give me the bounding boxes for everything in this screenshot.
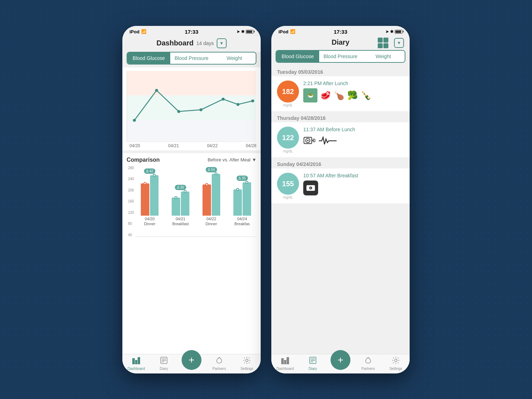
food-icon-chicken: 🍗 bbox=[334, 90, 344, 100]
bar-groups: Δ 42 04/20Dinner Δ 30 bbox=[135, 166, 256, 237]
tab-blood-pressure[interactable]: Blood Pressure bbox=[170, 52, 213, 64]
x-label-0421: 04/21 bbox=[168, 143, 179, 148]
comparison-filter[interactable]: Before vs. After Meal ▼ bbox=[207, 157, 256, 162]
page-title-diary: Diary bbox=[332, 38, 349, 46]
status-time-right: 17:33 bbox=[334, 29, 347, 35]
partners-icon bbox=[215, 356, 223, 366]
bluetooth-icon-right: ✱ bbox=[390, 29, 393, 34]
entry-3-value: 155 bbox=[282, 180, 294, 187]
grid-view-icon[interactable] bbox=[378, 38, 388, 48]
svg-point-1 bbox=[155, 89, 158, 92]
tab-weight[interactable]: Weight bbox=[213, 52, 256, 64]
tab-label-dashboard-left: Dashboard bbox=[128, 367, 145, 371]
entry-1-value: 182 bbox=[282, 88, 294, 95]
status-bar-left: iPod 📶 17:33 ➤ ✱ bbox=[122, 26, 261, 36]
bar-label-3: 04/22Dinner bbox=[206, 216, 217, 227]
diary-tab-weight[interactable]: Weight bbox=[362, 51, 405, 62]
dashboard-subtitle: 14 days bbox=[196, 40, 214, 46]
diary-scroll-area: Tuesday 05/03/2016 182 mg/dL 2:21 PM Aft… bbox=[271, 66, 410, 354]
add-button-right[interactable]: + bbox=[331, 350, 350, 370]
left-phone: iPod 📶 17:33 ➤ ✱ Dashboard 14 days ▼ Blo… bbox=[122, 26, 261, 373]
add-button-left[interactable]: + bbox=[182, 350, 201, 370]
grid-cell-4 bbox=[383, 43, 388, 48]
tab-label-partners-right: Partners bbox=[361, 367, 375, 371]
tab-settings-right[interactable]: Settings bbox=[382, 356, 410, 371]
bars-4 bbox=[233, 182, 251, 216]
diary-tab-blood-pressure[interactable]: Blood Pressure bbox=[319, 51, 362, 62]
svg-point-29 bbox=[395, 359, 397, 361]
svg-rect-22 bbox=[281, 358, 284, 364]
chart-x-labels: 04/20 04/21 04/22 04/28 bbox=[127, 142, 256, 148]
entry-1-details: 2:21 PM After Lunch 🥗 🥩 🍗 🥦 🍾 bbox=[303, 81, 404, 102]
entry-1-unit: mg/dL bbox=[283, 103, 293, 107]
ecg-icon bbox=[319, 135, 337, 146]
tab-settings-left[interactable]: Settings bbox=[233, 356, 261, 371]
carrier-label: iPod bbox=[129, 29, 139, 34]
carrier-label-right: iPod bbox=[278, 29, 288, 34]
entry-1-bubble-wrap: 182 mg/dL bbox=[277, 81, 299, 107]
status-bar-right: iPod 📶 17:33 ➤ ✱ bbox=[271, 26, 410, 36]
svg-rect-7 bbox=[132, 358, 135, 364]
dashboard-dropdown[interactable]: ▼ bbox=[217, 38, 227, 48]
dashboard-header: Dashboard 14 days ▼ bbox=[122, 36, 261, 52]
grid-cell-1 bbox=[378, 38, 383, 43]
bar-before-3 bbox=[203, 184, 211, 216]
delta-1: Δ 42 bbox=[144, 168, 155, 174]
diary-header: Diary ▼ bbox=[271, 36, 410, 50]
delta-4: Δ 35 bbox=[237, 176, 248, 181]
tab-label-settings-left: Settings bbox=[240, 367, 253, 371]
tab-bar-right: Dashboard Diary + Partners Settings bbox=[271, 354, 410, 373]
svg-rect-8 bbox=[135, 360, 137, 364]
diary-dropdown[interactable]: ▼ bbox=[394, 38, 404, 48]
tab-dashboard-right[interactable]: Dashboard bbox=[271, 356, 299, 371]
diary-entry-3: 155 mg/dL 10:57 AM After Breakfast bbox=[271, 168, 410, 204]
grid-cell-3 bbox=[378, 43, 383, 48]
diary-segment-control: Blood Glucose Blood Pressure Weight bbox=[276, 50, 405, 63]
tab-diary-left[interactable]: Diary bbox=[150, 356, 178, 371]
entry-3-bubble: 155 bbox=[277, 173, 299, 195]
tab-label-settings-right: Settings bbox=[389, 367, 402, 371]
date-header-2: Thursday 04/28/2016 bbox=[271, 112, 410, 122]
tab-label-partners-left: Partners bbox=[212, 367, 226, 371]
bar-after-4 bbox=[243, 182, 251, 216]
bar-before-1 bbox=[141, 183, 149, 216]
tab-add-left[interactable]: + bbox=[178, 356, 205, 371]
entry-3-unit: mg/dL bbox=[283, 195, 293, 199]
tab-blood-glucose[interactable]: Blood Glucose bbox=[127, 52, 170, 64]
x-label-0422: 04/22 bbox=[207, 143, 218, 148]
svg-point-6 bbox=[251, 99, 254, 102]
dashboard-segment-control: Blood Glucose Blood Pressure Weight bbox=[127, 52, 256, 65]
bar-label-4: 04/24Breakfas bbox=[234, 216, 250, 227]
tab-dashboard-left[interactable]: Dashboard bbox=[122, 356, 150, 371]
location-icon: ➤ bbox=[237, 29, 240, 34]
y-280: 280 bbox=[128, 166, 134, 170]
diary-nav-right: ▼ bbox=[378, 38, 404, 48]
bar-label-2: 04/21Breakfast bbox=[172, 216, 189, 227]
food-photo-icon: 🥗 bbox=[303, 88, 317, 102]
comparison-header: Comparison Before vs. After Meal ▼ bbox=[127, 157, 256, 163]
delta-2: Δ 30 bbox=[175, 185, 186, 190]
tab-diary-right[interactable]: Diary bbox=[299, 356, 327, 371]
entry-3-time: 10:57 AM After Breakfast bbox=[303, 173, 404, 178]
y-200: 200 bbox=[128, 188, 134, 192]
y-80: 80 bbox=[128, 222, 134, 226]
tab-partners-left[interactable]: Partners bbox=[205, 356, 233, 371]
entry-1-icons: 🥗 🥩 🍗 🥦 🍾 bbox=[303, 88, 404, 102]
wifi-icon: 📶 bbox=[141, 29, 146, 34]
tab-partners-right[interactable]: Partners bbox=[354, 356, 382, 371]
tab-label-diary-right: Diary bbox=[309, 367, 317, 371]
entry-2-details: 11:37 AM Before Lunch bbox=[303, 127, 404, 147]
diary-tab-blood-glucose[interactable]: Blood Glucose bbox=[276, 51, 319, 62]
tab-add-right[interactable]: + bbox=[327, 356, 354, 371]
bar-group-2: Δ 30 04/21Breakfast bbox=[166, 185, 195, 227]
entry-3-bubble-wrap: 155 mg/dL bbox=[277, 173, 299, 199]
entry-2-icons bbox=[303, 134, 404, 147]
svg-point-17 bbox=[307, 140, 309, 141]
bar-chart-wrapper: 280 240 200 160 120 80 40 Δ 42 bbox=[127, 166, 256, 237]
filter-label: Before vs. After Meal bbox=[207, 157, 250, 162]
diary-icon-right bbox=[309, 356, 317, 366]
bar-after-1 bbox=[150, 175, 159, 216]
entry-1-bubble: 182 bbox=[277, 81, 299, 102]
y-120: 120 bbox=[128, 211, 134, 215]
comparison-title: Comparison bbox=[127, 157, 160, 163]
